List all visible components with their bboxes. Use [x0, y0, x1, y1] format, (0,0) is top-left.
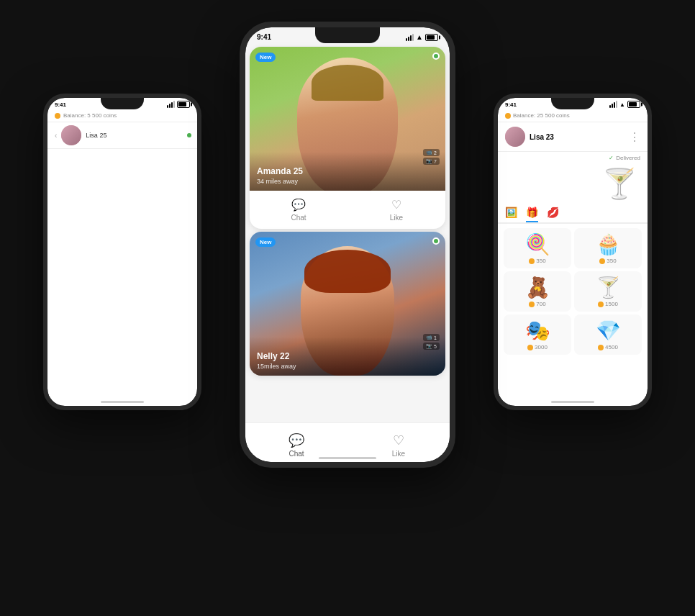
gift-grid: 🍭 350 🧁 350 🧸 700	[498, 224, 648, 359]
left-avatar	[61, 125, 81, 145]
gift-price-5: 3000	[508, 344, 567, 350]
center-phone: 9:41 ▲	[240, 22, 455, 468]
online-dot-2	[432, 237, 440, 245]
coin-icon	[55, 113, 60, 119]
right-phone: 9:41 ▲ Balance: 25 500 coins	[494, 94, 652, 410]
center-time: 9:41	[257, 33, 271, 41]
right-balance-bar: Balance: 25 500 coins	[498, 109, 648, 122]
gift-price-1: 350	[508, 258, 567, 264]
like-icon-1: ♡	[391, 198, 401, 212]
right-time: 9:41	[505, 101, 517, 108]
gift-price-2: 350	[578, 258, 637, 264]
gift-tab-kiss[interactable]: 💋	[547, 207, 559, 222]
delivered-label: Delivered	[616, 155, 640, 161]
new-badge-1: New	[255, 53, 276, 62]
gift-item-3[interactable]: 🧸 700	[504, 271, 571, 312]
wifi-icon: ▲	[416, 33, 423, 41]
tab-chat-icon: 💬	[289, 432, 304, 448]
back-arrow-icon[interactable]: ‹	[55, 132, 57, 140]
left-balance: Balance: 5 500 coins	[63, 112, 117, 119]
gift-item-4[interactable]: 🍸 1500	[574, 271, 642, 312]
profile-card-1: New 📹2 📷7 Amanda 25 34 miles away 💬 Chat	[250, 47, 445, 229]
left-user-name: Lisa 25	[86, 132, 106, 139]
center-signal	[406, 34, 414, 41]
gift-emoji-3: 🧸	[508, 276, 567, 299]
gift-emoji-2: 🧁	[578, 232, 637, 256]
left-notch	[101, 98, 144, 109]
center-notch	[315, 27, 380, 43]
profile-image-1: New 📹2 📷7 Amanda 25 34 miles away	[250, 47, 445, 191]
gift-item-2[interactable]: 🧁 350	[574, 228, 642, 268]
left-status-icons	[167, 101, 190, 108]
center-home-indicator	[319, 457, 376, 459]
right-battery	[627, 101, 640, 108]
gift-item-5[interactable]: 🎭 3000	[504, 314, 571, 355]
center-tab-bar: 💬 Chat ♡ Like	[245, 422, 450, 462]
left-phone: 9:41 Balance: 5 500 coins ‹	[43, 94, 201, 410]
gift-emoji-1: 🍭	[508, 232, 567, 256]
gift-emoji-5: 🎭	[508, 319, 567, 343]
right-user-name: Lisa 23	[530, 133, 554, 141]
profile-distance-1: 34 miles away	[257, 178, 438, 185]
chat-icon-1: 💬	[291, 198, 306, 212]
tab-like-icon: ♡	[393, 432, 404, 448]
profile-card-2: New 📹1 📷5 Nelly 22 15miles away	[250, 232, 445, 376]
cocktail-gift-area: 🍸	[498, 164, 648, 204]
gift-tab-bar: 🖼️ 🎁 💋	[498, 204, 648, 224]
profile-name-2: Nelly 22	[257, 351, 438, 361]
right-user-row: Lisa 23 ⋮	[498, 122, 648, 152]
cocktail-icon: 🍸	[601, 167, 637, 201]
right-avatar	[505, 127, 525, 147]
new-badge-2: New	[255, 237, 276, 247]
right-signal	[609, 101, 617, 108]
left-home-indicator	[101, 401, 144, 403]
more-options-icon[interactable]: ⋮	[629, 130, 640, 144]
profile-image-2: New 📹1 📷5 Nelly 22 15miles away	[250, 232, 445, 376]
gift-emoji-4: 🍸	[578, 276, 637, 299]
gift-tab-sticker[interactable]: 🖼️	[505, 207, 517, 222]
right-wifi: ▲	[619, 101, 625, 108]
notification-dot	[187, 133, 191, 137]
tab-like-label: Like	[392, 450, 405, 458]
left-battery	[177, 101, 190, 108]
action-bar-1: 💬 Chat ♡ Like	[250, 191, 445, 229]
gift-tab-gift[interactable]: 🎁	[526, 207, 538, 222]
right-balance: Balance: 25 500 coins	[513, 112, 570, 119]
profile-distance-2: 15miles away	[257, 363, 438, 370]
right-home-indicator	[551, 401, 594, 403]
right-notch	[551, 98, 594, 109]
right-coin-icon	[505, 113, 511, 119]
profile-name-area-2: Nelly 22 15miles away	[250, 337, 445, 376]
gift-item-6[interactable]: 💎 4500	[574, 314, 642, 355]
gift-item-1[interactable]: 🍭 350	[504, 228, 571, 268]
tab-chat-label: Chat	[289, 450, 304, 458]
online-dot-1	[432, 53, 440, 60]
right-status-icons: ▲	[609, 101, 640, 108]
gift-price-6: 4500	[578, 344, 637, 350]
profile-name-area-1: Amanda 25 34 miles away	[250, 152, 445, 191]
gift-price-4: 1500	[578, 301, 637, 307]
profile-name-1: Amanda 25	[257, 166, 438, 176]
left-balance-bar: Balance: 5 500 coins	[47, 109, 197, 122]
left-signal	[167, 101, 175, 108]
center-status-icons: ▲	[406, 33, 438, 41]
like-label-1: Like	[390, 214, 403, 222]
tab-chat[interactable]: 💬 Chat	[245, 428, 348, 458]
chat-label-1: Chat	[291, 214, 306, 222]
gift-emoji-6: 💎	[578, 319, 637, 343]
tab-like[interactable]: ♡ Like	[348, 428, 450, 458]
check-icon: ✓	[609, 155, 614, 161]
delivered-status: ✓ Delivered	[498, 152, 648, 164]
left-time: 9:41	[55, 101, 66, 108]
like-button-1[interactable]: ♡ Like	[348, 195, 445, 225]
left-user-row: ‹ Lisa 25	[47, 122, 197, 149]
gift-price-3: 700	[508, 301, 567, 307]
chat-button-1[interactable]: 💬 Chat	[250, 195, 348, 225]
center-battery	[425, 34, 438, 41]
